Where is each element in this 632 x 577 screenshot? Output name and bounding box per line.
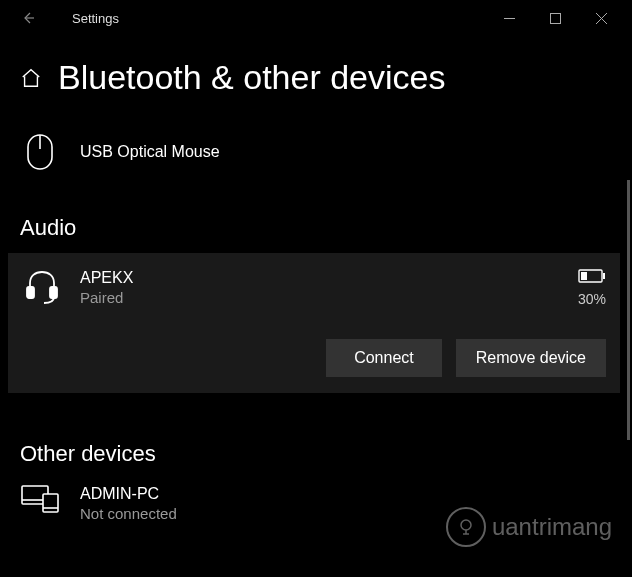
battery-icon (578, 269, 606, 283)
page-header: Bluetooth & other devices (0, 36, 632, 125)
svg-rect-10 (603, 273, 605, 279)
close-icon (596, 13, 607, 24)
minimize-icon (504, 13, 515, 24)
maximize-icon (550, 13, 561, 24)
titlebar: Settings (0, 0, 632, 36)
audio-section-title: Audio (0, 215, 632, 253)
other-device-name: ADMIN-PC (80, 485, 177, 503)
svg-rect-9 (581, 272, 587, 280)
connect-button[interactable]: Connect (326, 339, 442, 377)
svg-rect-7 (50, 287, 57, 298)
window-controls (486, 0, 624, 36)
minimize-button[interactable] (486, 0, 532, 36)
back-button[interactable] (8, 0, 48, 36)
battery-indicator: 30% (578, 269, 606, 307)
headset-icon (24, 269, 60, 305)
audio-device-card[interactable]: APEKX Paired 30% Connect Remove device (8, 253, 620, 393)
scrollbar[interactable] (627, 180, 630, 440)
battery-percentage: 30% (578, 291, 606, 307)
svg-rect-13 (43, 494, 58, 512)
audio-device-name: APEKX (80, 269, 560, 287)
remove-device-button[interactable]: Remove device (456, 339, 606, 377)
close-button[interactable] (578, 0, 624, 36)
device-row-pc[interactable]: ADMIN-PC Not connected (0, 479, 632, 528)
device-name: USB Optical Mouse (80, 143, 220, 161)
device-row-mouse[interactable]: USB Optical Mouse (0, 125, 632, 179)
svg-rect-1 (550, 13, 560, 23)
mouse-icon (26, 133, 54, 171)
computer-icon (21, 485, 59, 513)
other-device-status: Not connected (80, 505, 177, 522)
home-icon[interactable] (20, 67, 42, 89)
back-arrow-icon (20, 10, 36, 26)
svg-rect-6 (27, 287, 34, 298)
maximize-button[interactable] (532, 0, 578, 36)
other-devices-section-title: Other devices (0, 441, 632, 479)
app-title: Settings (72, 11, 119, 26)
page-title: Bluetooth & other devices (58, 58, 445, 97)
audio-device-status: Paired (80, 289, 560, 306)
